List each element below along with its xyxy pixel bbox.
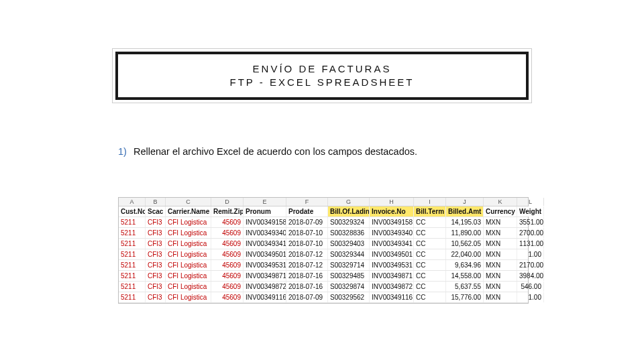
cell: CFI3	[146, 217, 166, 227]
cell: 2018-07-09	[286, 292, 328, 302]
col-letter: L	[517, 198, 544, 206]
header-cell: Cust.No	[119, 206, 146, 217]
cell: CC	[414, 292, 446, 302]
cell: INV00349872	[370, 282, 414, 292]
table-row: 5211CFI3CFI Logistica45609INV00349871201…	[119, 271, 528, 282]
instruction-text: Rellenar el archivo Excel de acuerdo con…	[133, 146, 417, 157]
cell: CFI3	[146, 271, 166, 281]
cell: S00329562	[328, 292, 370, 302]
cell: 2018-07-12	[286, 260, 328, 270]
cell: CC	[414, 239, 446, 249]
col-letter: B	[146, 198, 166, 206]
cell: MXN	[484, 239, 517, 249]
cell: 5211	[119, 249, 146, 259]
col-letter: I	[414, 198, 446, 206]
cell: 10,562.05	[446, 239, 484, 249]
cell: CC	[414, 271, 446, 281]
cell: CFI Logistica	[166, 282, 211, 292]
cell: 3984.00	[517, 271, 544, 281]
cell: S00329874	[328, 282, 370, 292]
header-cell: Billed.Amt	[446, 206, 484, 217]
cell: S00329344	[328, 249, 370, 259]
cell: CFI Logistica	[166, 239, 211, 249]
cell: CFI3	[146, 228, 166, 238]
table-row: 5211CFI3CFI Logistica45609INV00349872201…	[119, 282, 528, 292]
cell: 2700.00	[517, 228, 544, 238]
header-cell: Weight	[517, 206, 544, 217]
cell: 2018-07-10	[286, 239, 328, 249]
cell: 45609	[211, 239, 244, 249]
col-letter: K	[484, 198, 517, 206]
cell: CFI3	[146, 260, 166, 270]
cell: S00328836	[328, 228, 370, 238]
col-letter: D	[211, 198, 244, 206]
cell: 45609	[211, 271, 244, 281]
cell: 1131.00	[517, 239, 544, 249]
cell: INV00349158	[244, 217, 286, 227]
cell: 5211	[119, 217, 146, 227]
title-line-2: FTP - EXCEL SPREADSHEET	[230, 76, 415, 89]
col-letter: G	[328, 198, 370, 206]
cell: INV00349501	[370, 249, 414, 259]
cell: CFI Logistica	[166, 217, 211, 227]
header-cell: Currency	[484, 206, 517, 217]
cell: 45609	[211, 282, 244, 292]
cell: 3551.00	[517, 217, 544, 227]
cell: 9,634.96	[446, 260, 484, 270]
col-letter: F	[286, 198, 328, 206]
cell: S00329403	[328, 239, 370, 249]
cell: 5211	[119, 292, 146, 302]
slide-title-box: ENVÍO DE FACTURAS FTP - EXCEL SPREADSHEE…	[115, 52, 529, 100]
cell: CC	[414, 217, 446, 227]
table-row: 5211CFI3CFI Logistica45609INV00349116201…	[119, 292, 528, 303]
cell: 45609	[211, 260, 244, 270]
table-row: 5211CFI3CFI Logistica45609INV00349158201…	[119, 217, 528, 228]
col-letter: J	[446, 198, 484, 206]
col-letter: E	[244, 198, 286, 206]
header-cell: Prodate	[286, 206, 328, 217]
cell: 2018-07-10	[286, 228, 328, 238]
cell: CFI Logistica	[166, 292, 211, 302]
cell: MXN	[484, 282, 517, 292]
cell: 45609	[211, 292, 244, 302]
cell: 5211	[119, 282, 146, 292]
cell: 14,195.03	[446, 217, 484, 227]
cell: MXN	[484, 292, 517, 302]
cell: CFI Logistica	[166, 260, 211, 270]
col-letter: H	[370, 198, 414, 206]
header-cell: Invoice.No	[370, 206, 414, 217]
cell: 5211	[119, 260, 146, 270]
data-rows: 5211CFI3CFI Logistica45609INV00349158201…	[119, 217, 528, 303]
cell: S00329324	[328, 217, 370, 227]
cell: CC	[414, 260, 446, 270]
cell: 546.00	[517, 282, 544, 292]
cell: 2018-07-16	[286, 271, 328, 281]
cell: CFI3	[146, 239, 166, 249]
cell: INV00349871	[244, 271, 286, 281]
cell: INV00349531	[244, 260, 286, 270]
cell: INV00349116	[370, 292, 414, 302]
cell: CC	[414, 228, 446, 238]
cell: 1.00	[517, 292, 544, 302]
col-letter: A	[119, 198, 146, 206]
instruction-line: 1) Rellenar el archivo Excel de acuerdo …	[118, 146, 417, 157]
cell: MXN	[484, 249, 517, 259]
cell: INV00349871	[370, 271, 414, 281]
cell: INV00349340	[370, 228, 414, 238]
cell: CFI Logistica	[166, 228, 211, 238]
cell: 2018-07-12	[286, 249, 328, 259]
excel-screenshot: ABCDEFGHIJKL Cust.NoScacCarrier.NameRemi…	[118, 197, 529, 304]
table-row: 5211CFI3CFI Logistica45609INV00349531201…	[119, 260, 528, 271]
cell: MXN	[484, 260, 517, 270]
column-letter-row: ABCDEFGHIJKL	[119, 198, 528, 206]
cell: INV00349341	[370, 239, 414, 249]
cell: MXN	[484, 217, 517, 227]
instruction-number: 1)	[118, 146, 127, 157]
cell: 5211	[119, 228, 146, 238]
cell: 15,776.00	[446, 292, 484, 302]
cell: INV00349340	[244, 228, 286, 238]
cell: CC	[414, 249, 446, 259]
cell: 45609	[211, 217, 244, 227]
header-cell: Bill.Term	[414, 206, 446, 217]
cell: S00329714	[328, 260, 370, 270]
